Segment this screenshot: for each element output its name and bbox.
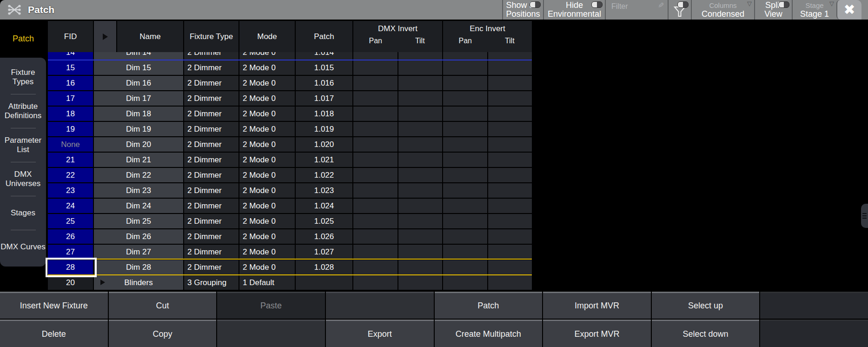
cell-dmx-invert-pan[interactable] (353, 91, 398, 106)
filter-input[interactable]: Filter ✎ (605, 0, 668, 20)
cell-fixture-type[interactable]: 2 Dimmer (184, 214, 239, 228)
cell-mode[interactable]: 2 Mode 0 (239, 107, 295, 121)
cell-patch[interactable] (296, 275, 352, 290)
cell-dmx-invert-pan[interactable] (353, 168, 398, 182)
sidebar-item-attribute-definitions[interactable]: Attribute Definitions (0, 101, 46, 121)
cell-enc-invert-pan[interactable] (443, 107, 487, 121)
column-header-fid[interactable]: FID (48, 21, 93, 52)
insert-new-fixture-button[interactable]: Insert New Fixture (0, 292, 108, 319)
cell-enc-invert-tilt[interactable] (488, 153, 532, 167)
cell-dmx-invert-tilt[interactable] (398, 107, 442, 121)
cell-name[interactable]: Dim 21 (94, 153, 183, 167)
cell-patch[interactable]: 1.027 (296, 245, 352, 259)
cell-name[interactable]: Dim 28 (94, 260, 183, 274)
cell-enc-invert-tilt[interactable] (488, 245, 532, 259)
cell-patch[interactable]: 1.016 (296, 76, 352, 90)
expand-arrow-icon[interactable] (100, 280, 105, 285)
cell-enc-invert-tilt[interactable] (488, 137, 532, 152)
close-button[interactable]: ✖ (836, 0, 861, 20)
cell-enc-invert-pan[interactable] (443, 214, 487, 228)
cell-mode[interactable]: 2 Mode 0 (239, 52, 295, 60)
export-mvr-button[interactable]: Export MVR (543, 320, 651, 347)
cell-fid[interactable]: 14 (48, 52, 93, 60)
cell-dmx-invert-pan[interactable] (353, 60, 398, 75)
cell-fid[interactable]: 24 (48, 199, 93, 213)
cell-mode[interactable]: 2 Mode 0 (239, 168, 295, 182)
cell-dmx-invert-tilt[interactable] (398, 229, 442, 244)
cell-dmx-invert-pan[interactable] (353, 183, 398, 198)
stage-dropdown[interactable]: ▽ Stage Stage 1 (792, 0, 836, 20)
cell-name[interactable]: Dim 19 (94, 122, 183, 136)
cell-mode[interactable]: 2 Mode 0 (239, 229, 295, 244)
cell-enc-invert-tilt[interactable] (488, 76, 532, 90)
cell-mode[interactable]: 2 Mode 0 (239, 214, 295, 228)
cell-fid[interactable]: 16 (48, 76, 93, 90)
cell-enc-invert-pan[interactable] (443, 168, 487, 182)
cell-name[interactable]: Dim 16 (94, 76, 183, 90)
cell-fid[interactable]: 27 (48, 245, 93, 259)
cell-fid[interactable]: 26 (48, 229, 93, 244)
column-header-patch[interactable]: Patch (296, 21, 352, 52)
cell-patch[interactable]: 1.018 (296, 107, 352, 121)
cut-button[interactable]: Cut (109, 292, 217, 319)
sidebar-item-patch[interactable]: Patch (0, 20, 46, 58)
cell-dmx-invert-pan[interactable] (353, 245, 398, 259)
cell-name[interactable]: Dim 17 (94, 91, 183, 106)
cell-dmx-invert-pan[interactable] (353, 137, 398, 152)
cell-enc-invert-tilt[interactable] (488, 199, 532, 213)
cell-patch[interactable]: 1.026 (296, 229, 352, 244)
cell-enc-invert-tilt[interactable] (488, 275, 532, 290)
cell-fixture-type[interactable]: 2 Dimmer (184, 153, 239, 167)
cell-fixture-type[interactable]: 2 Dimmer (184, 60, 239, 75)
cell-dmx-invert-tilt[interactable] (398, 60, 442, 75)
cell-dmx-invert-pan[interactable] (353, 153, 398, 167)
cell-enc-invert-tilt[interactable] (488, 168, 532, 182)
cell-mode[interactable]: 2 Mode 0 (239, 76, 295, 90)
cell-mode[interactable]: 2 Mode 0 (239, 183, 295, 198)
cell-fixture-type[interactable]: 2 Dimmer (184, 52, 239, 60)
cell-enc-invert-tilt[interactable] (488, 229, 532, 244)
sidebar-item-dmx-curves[interactable]: DMX Curves (0, 237, 46, 257)
cell-dmx-invert-tilt[interactable] (398, 91, 442, 106)
sidebar-item-fixture-types[interactable]: Fixture Types (0, 67, 46, 87)
subheader-dmx-pan[interactable]: Pan (353, 37, 398, 52)
cell-mode[interactable]: 2 Mode 0 (239, 137, 295, 152)
cell-fixture-type[interactable]: 2 Dimmer (184, 245, 239, 259)
cell-dmx-invert-pan[interactable] (353, 52, 398, 60)
sidebar-item-stages[interactable]: Stages (0, 203, 46, 223)
cell-enc-invert-pan[interactable] (443, 183, 487, 198)
cell-dmx-invert-tilt[interactable] (398, 260, 442, 274)
cell-name[interactable]: Dim 27 (94, 245, 183, 259)
cell-mode[interactable]: 2 Mode 0 (239, 153, 295, 167)
import-mvr-button[interactable]: Import MVR (543, 292, 651, 319)
show-3d-positions-button[interactable]: Show 3D Positions (502, 0, 543, 20)
cell-name[interactable]: Dim 23 (94, 183, 183, 198)
cell-name[interactable]: Dim 26 (94, 229, 183, 244)
column-header-dmx-invert[interactable]: DMX Invert Pan Tilt (353, 21, 442, 52)
cell-mode[interactable]: 2 Mode 0 (239, 122, 295, 136)
cell-name[interactable]: Dim 18 (94, 107, 183, 121)
cell-dmx-invert-tilt[interactable] (398, 245, 442, 259)
cell-enc-invert-tilt[interactable] (488, 260, 532, 274)
cell-dmx-invert-tilt[interactable] (398, 76, 442, 90)
cell-enc-invert-pan[interactable] (443, 60, 487, 75)
cell-fixture-type[interactable]: 2 Dimmer (184, 229, 239, 244)
select-up-button[interactable]: Select up (652, 292, 760, 319)
cell-enc-invert-tilt[interactable] (488, 60, 532, 75)
cell-mode[interactable]: 2 Mode 0 (239, 199, 295, 213)
cell-fixture-type[interactable]: 2 Dimmer (184, 199, 239, 213)
sidebar-item-parameter-list[interactable]: Parameter List (0, 135, 46, 155)
cell-dmx-invert-pan[interactable] (353, 76, 398, 90)
cell-fixture-type[interactable]: 2 Dimmer (184, 183, 239, 198)
cell-fid[interactable]: 20 (48, 275, 93, 290)
cell-name[interactable]: Dim 24 (94, 199, 183, 213)
cell-enc-invert-pan[interactable] (443, 229, 487, 244)
cell-enc-invert-pan[interactable] (443, 260, 487, 274)
column-header-name[interactable]: Name (117, 21, 183, 52)
cell-patch[interactable]: 1.025 (296, 214, 352, 228)
cell-fixture-type[interactable]: 2 Dimmer (184, 76, 239, 90)
cell-dmx-invert-tilt[interactable] (398, 199, 442, 213)
cell-fid[interactable]: 21 (48, 153, 93, 167)
cell-patch[interactable]: 1.020 (296, 137, 352, 152)
cell-fid[interactable]: 23 (48, 183, 93, 198)
